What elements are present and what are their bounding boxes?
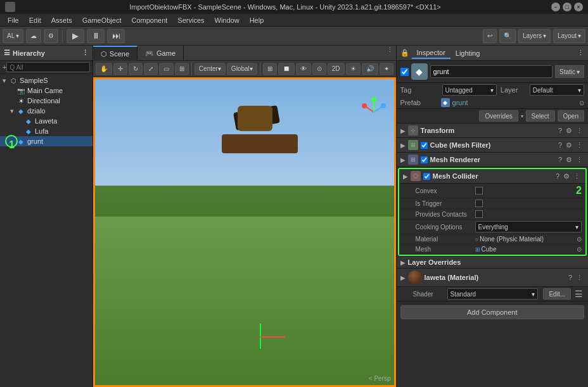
global-button[interactable]: Global▾ bbox=[227, 63, 257, 75]
vis-button[interactable]: 👁 bbox=[296, 63, 311, 75]
layers-dropdown[interactable]: Layers ▾ bbox=[518, 29, 551, 43]
hand-tool-button[interactable]: ✋ bbox=[96, 63, 112, 75]
mesh-select-icon[interactable]: ⊙ bbox=[577, 246, 582, 253]
comp-menu-button[interactable]: ⋮ bbox=[575, 127, 584, 135]
layer-dropdown[interactable]: Default▾ bbox=[530, 84, 584, 96]
gameobject-icon: ◆ bbox=[24, 127, 33, 136]
center-button[interactable]: Center▾ bbox=[195, 63, 226, 75]
menu-services[interactable]: Services bbox=[172, 14, 209, 27]
inspector-menu-button[interactable]: ⋮ bbox=[577, 49, 584, 57]
comp-help-button[interactable]: ? bbox=[557, 127, 563, 135]
audio-toggle[interactable]: 🔊 bbox=[362, 63, 378, 75]
comp-menu-button[interactable]: ⋮ bbox=[575, 274, 584, 282]
transform-tool-button[interactable]: ⊞ bbox=[175, 63, 189, 75]
prefab-link-icon[interactable]: ⊙ bbox=[579, 99, 584, 106]
component-laweta-material[interactable]: ▶ laweta (Material) ? ⋮ bbox=[397, 269, 588, 287]
al-dropdown[interactable]: AL ▾ bbox=[3, 29, 23, 43]
component-mesh-collider[interactable]: ▶ ⬡ Mesh Collider ? ⚙ ⋮ bbox=[399, 169, 585, 184]
static-dropdown[interactable]: Static▾ bbox=[555, 65, 584, 78]
scene-view[interactable]: < Persp bbox=[93, 77, 396, 387]
pause-button[interactable]: ⏸ bbox=[87, 29, 105, 43]
search-button[interactable]: 🔍 bbox=[499, 29, 516, 43]
comp-menu-button[interactable]: ⋮ bbox=[575, 141, 584, 149]
rect-tool-button[interactable]: ▭ bbox=[159, 63, 174, 75]
gizmo-button[interactable]: ⊙ bbox=[312, 63, 326, 75]
mesh-renderer-active[interactable] bbox=[421, 156, 428, 163]
menu-component[interactable]: Component bbox=[126, 14, 172, 27]
cloud-button[interactable]: ☁ bbox=[26, 29, 41, 43]
tab-scene[interactable]: ⬡ Scene bbox=[93, 46, 137, 61]
hierarchy-item-lufa[interactable]: ◆ Lufa bbox=[0, 126, 93, 136]
scene-panel-menu[interactable]: ⋮ bbox=[384, 46, 396, 60]
tab-lighting[interactable]: Lighting bbox=[451, 48, 485, 58]
shader-list-button[interactable]: ☰ bbox=[573, 289, 584, 299]
tab-game[interactable]: 🎮 Game bbox=[137, 46, 184, 61]
add-component-button[interactable]: Add Component bbox=[400, 305, 584, 319]
hierarchy-item-samplescene[interactable]: ▾ ⬡ SampleS bbox=[0, 75, 93, 86]
close-button[interactable]: × bbox=[574, 3, 583, 11]
component-mesh-renderer[interactable]: ▶ ⊞ Mesh Renderer ? ⚙ ⋮ bbox=[397, 153, 588, 167]
comp-menu-button[interactable]: ⋮ bbox=[572, 172, 582, 181]
material-select-icon[interactable]: ⊙ bbox=[577, 236, 582, 243]
2d-button[interactable]: 2D bbox=[328, 63, 345, 75]
menu-edit[interactable]: Edit bbox=[24, 14, 46, 27]
component-transform[interactable]: ▶ ⊹ Transform ? ⚙ ⋮ bbox=[397, 124, 588, 138]
component-name: Cube (Mesh Filter) bbox=[430, 141, 554, 149]
comp-help-button[interactable]: ? bbox=[554, 172, 561, 181]
comp-help-button[interactable]: ? bbox=[557, 141, 563, 149]
snap-button[interactable]: 🔲 bbox=[278, 63, 295, 75]
minimize-button[interactable]: − bbox=[551, 3, 560, 11]
hierarchy-item-dzialo[interactable]: ▾ ◆ dzialo bbox=[0, 106, 93, 116]
convex-checkbox[interactable] bbox=[475, 187, 483, 194]
shader-dropdown[interactable]: Standard ▾ bbox=[447, 288, 539, 300]
move-tool-button[interactable]: ✛ bbox=[113, 63, 127, 75]
play-button[interactable]: ▶ bbox=[67, 29, 84, 43]
comp-help-button[interactable]: ? bbox=[567, 274, 573, 282]
comp-settings-button[interactable]: ⚙ bbox=[565, 156, 573, 164]
hierarchy-item-maincamera[interactable]: 📷 Main Came bbox=[0, 86, 93, 96]
lighting-toggle[interactable]: ☀ bbox=[346, 63, 361, 75]
settings-button[interactable]: ⚙ bbox=[44, 29, 58, 43]
cooking-options-dropdown[interactable]: Everything ▾ bbox=[475, 221, 582, 232]
tag-dropdown[interactable]: Untagged▾ bbox=[442, 84, 497, 96]
undo-button[interactable]: ↩ bbox=[483, 29, 497, 43]
fx-toggle[interactable]: ✦ bbox=[380, 63, 393, 75]
maximize-button[interactable]: □ bbox=[563, 3, 572, 11]
rotate-tool-button[interactable]: ↻ bbox=[129, 63, 143, 75]
comp-menu-button[interactable]: ⋮ bbox=[575, 156, 584, 164]
shader-edit-button[interactable]: Edit... bbox=[543, 288, 571, 300]
menu-help[interactable]: Help bbox=[245, 14, 269, 27]
object-name-field[interactable] bbox=[430, 65, 553, 78]
select-button[interactable]: Select bbox=[526, 110, 555, 122]
hierarchy-search-input[interactable] bbox=[6, 62, 89, 72]
mesh-collider-active[interactable] bbox=[423, 173, 430, 180]
open-button[interactable]: Open bbox=[558, 110, 584, 122]
hierarchy-item-directional[interactable]: ☀ Directional bbox=[0, 96, 93, 106]
comp-settings-button[interactable]: ⚙ bbox=[565, 141, 573, 149]
overrides-button[interactable]: Overrides bbox=[479, 110, 518, 122]
is-trigger-checkbox[interactable] bbox=[475, 200, 483, 207]
mesh-filter-active[interactable] bbox=[421, 142, 428, 149]
hierarchy-item-label: Directional bbox=[27, 97, 60, 105]
provides-contacts-checkbox[interactable] bbox=[475, 210, 483, 218]
component-mesh-filter[interactable]: ▶ ⊞ Cube (Mesh Filter) ? ⚙ ⋮ bbox=[397, 138, 588, 153]
layout-dropdown[interactable]: Layout ▾ bbox=[553, 29, 585, 43]
menu-window[interactable]: Window bbox=[210, 14, 245, 27]
grid-button[interactable]: ⊞ bbox=[263, 63, 277, 75]
step-button[interactable]: ⏭ bbox=[107, 29, 125, 43]
object-active-checkbox[interactable] bbox=[400, 68, 409, 76]
hierarchy-title: Hierarchy bbox=[13, 49, 45, 57]
main-layout: ☰ Hierarchy ⋮ + ▾ ⬡ SampleS 📷 Main Came bbox=[0, 46, 588, 387]
hierarchy-item-grunt[interactable]: ◆ grunt bbox=[0, 136, 93, 146]
menu-file[interactable]: File bbox=[3, 14, 24, 27]
scale-tool-button[interactable]: ⤢ bbox=[144, 63, 158, 75]
comp-help-button[interactable]: ? bbox=[557, 156, 563, 164]
tab-inspector[interactable]: Inspector bbox=[412, 48, 451, 59]
menu-gameobject[interactable]: GameObject bbox=[77, 14, 127, 27]
comp-settings-button[interactable]: ⚙ bbox=[565, 127, 573, 135]
hierarchy-item-laweta[interactable]: ◆ Laweta bbox=[0, 116, 93, 126]
comp-settings-button[interactable]: ⚙ bbox=[562, 172, 571, 181]
hierarchy-menu-button[interactable]: ⋮ bbox=[82, 49, 89, 57]
component-layer-overrides[interactable]: ▶ Layer Overrides bbox=[397, 257, 588, 269]
menu-assets[interactable]: Assets bbox=[46, 14, 77, 27]
